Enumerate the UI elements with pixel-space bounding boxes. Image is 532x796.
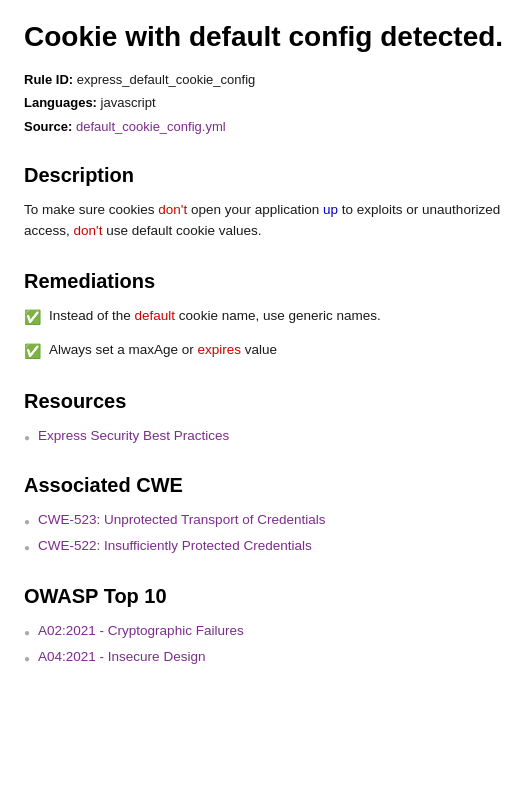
cwe-item-2: ● CWE-522: Insufficiently Protected Cred…	[24, 536, 508, 556]
checkbox-icon-1: ✅	[24, 307, 41, 328]
source-link[interactable]: default_cookie_config.yml	[76, 119, 226, 134]
cwe-item-1: ● CWE-523: Unprotected Transport of Cred…	[24, 510, 508, 530]
resources-heading: Resources	[24, 386, 508, 416]
owasp-item-2: ● A04:2021 - Insecure Design	[24, 647, 508, 667]
cwe-heading: Associated CWE	[24, 470, 508, 500]
bullet-dot-cwe-1: ●	[24, 514, 30, 529]
description-heading: Description	[24, 160, 508, 190]
bullet-dot-1: ●	[24, 430, 30, 445]
rule-id-value: express_default_cookie_config	[77, 72, 256, 87]
rule-id-label: Rule ID:	[24, 72, 73, 87]
cwe-link-1[interactable]: CWE-523: Unprotected Transport of Creden…	[38, 510, 325, 530]
resources-list: ● Express Security Best Practices	[24, 426, 508, 446]
bullet-dot-cwe-2: ●	[24, 540, 30, 555]
page-title: Cookie with default config detected.	[24, 20, 508, 54]
source-label: Source:	[24, 119, 72, 134]
source-row: Source: default_cookie_config.yml	[24, 117, 508, 137]
cwe-list: ● CWE-523: Unprotected Transport of Cred…	[24, 510, 508, 557]
cwe-link-2[interactable]: CWE-522: Insufficiently Protected Creden…	[38, 536, 312, 556]
remediations-heading: Remediations	[24, 266, 508, 296]
owasp-link-1[interactable]: A02:2021 - Cryptographic Failures	[38, 621, 244, 641]
description-text: To make sure cookies don't open your app…	[24, 200, 508, 242]
resource-link-1[interactable]: Express Security Best Practices	[38, 426, 229, 446]
languages-value: javascript	[101, 95, 156, 110]
owasp-list: ● A02:2021 - Cryptographic Failures ● A0…	[24, 621, 508, 668]
remediation-item-2: ✅ Always set a maxAge or expires value	[24, 340, 508, 362]
owasp-heading: OWASP Top 10	[24, 581, 508, 611]
languages-label: Languages:	[24, 95, 97, 110]
remediation-item-1: ✅ Instead of the default cookie name, us…	[24, 306, 508, 328]
owasp-item-1: ● A02:2021 - Cryptographic Failures	[24, 621, 508, 641]
rule-id-row: Rule ID: express_default_cookie_config	[24, 70, 508, 90]
checkbox-icon-2: ✅	[24, 341, 41, 362]
remediation-text-2: Always set a maxAge or expires value	[49, 340, 277, 360]
resource-item-1: ● Express Security Best Practices	[24, 426, 508, 446]
bullet-dot-owasp-1: ●	[24, 625, 30, 640]
remediation-text-1: Instead of the default cookie name, use …	[49, 306, 381, 326]
bullet-dot-owasp-2: ●	[24, 651, 30, 666]
owasp-link-2[interactable]: A04:2021 - Insecure Design	[38, 647, 205, 667]
languages-row: Languages: javascript	[24, 93, 508, 113]
